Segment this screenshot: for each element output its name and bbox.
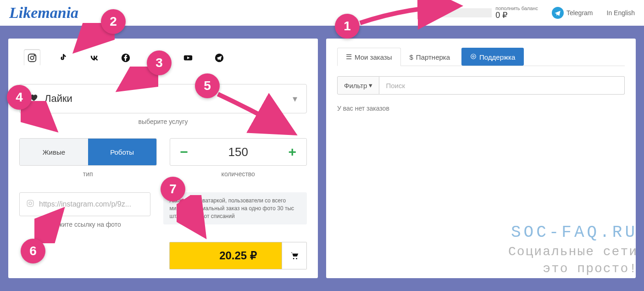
- search-input[interactable]: [379, 76, 625, 95]
- balance-widget[interactable]: пополнить баланс 0 ₽: [418, 6, 538, 20]
- annotation-badge-1: 1: [335, 14, 360, 39]
- svg-point-9: [29, 202, 32, 205]
- svg-point-2: [30, 56, 33, 59]
- right-tabs: ☰ Мои заказы $ Партнерка Поддержка: [337, 48, 625, 66]
- service-caption: выберите услугу: [19, 118, 307, 125]
- instagram-icon: [26, 199, 34, 209]
- tab-support[interactable]: Поддержка: [461, 48, 524, 66]
- annotation-badge-7: 7: [161, 177, 185, 201]
- svg-point-12: [471, 54, 476, 59]
- empty-orders-text: У вас нет заказов: [337, 105, 625, 112]
- service-dropdown[interactable]: Лайки ▾: [19, 84, 307, 113]
- type-robots-button[interactable]: Роботы: [88, 139, 156, 165]
- tab-facebook[interactable]: [117, 50, 134, 66]
- svg-point-3: [34, 55, 35, 56]
- service-label: Лайки: [44, 93, 72, 105]
- language-switch[interactable]: In English: [607, 9, 635, 17]
- annotation-badge-5: 5: [195, 73, 220, 98]
- chevron-down-icon: ▾: [293, 93, 297, 104]
- service-description: Аккаунты с аватаркой, пользователи со вс…: [163, 192, 307, 224]
- type-live-button[interactable]: Живые: [20, 139, 88, 165]
- logo[interactable]: Likemania: [9, 4, 78, 22]
- telegram-label: Telegram: [566, 9, 593, 17]
- header: Likemania пополнить баланс 0 ₽ Telegram …: [0, 0, 644, 26]
- svg-point-10: [293, 258, 294, 259]
- tab-tiktok[interactable]: [55, 50, 72, 66]
- username-placeholder: [437, 8, 492, 17]
- annotation-badge-2: 2: [101, 9, 126, 34]
- tab-vk[interactable]: [86, 50, 103, 66]
- add-to-cart-button[interactable]: 20.25 ₽: [169, 242, 307, 269]
- filter-button[interactable]: Фильтр ▾: [337, 76, 379, 95]
- avatar-icon: [418, 6, 433, 20]
- telegram-icon: [552, 7, 564, 19]
- watermark-title: SOC-FAQ.RU: [508, 222, 638, 244]
- type-caption: тип: [19, 170, 157, 178]
- svg-point-11: [296, 258, 297, 259]
- tab-support-label: Поддержка: [479, 53, 515, 61]
- annotation-badge-3: 3: [147, 50, 172, 75]
- filter-label: Фильтр: [344, 82, 367, 90]
- annotation-badge-6: 6: [21, 239, 45, 263]
- watermark-sub1: Социальные сети: [508, 244, 638, 260]
- caret-down-icon: ▾: [369, 81, 372, 90]
- plus-button[interactable]: +: [288, 144, 296, 160]
- url-caption: укажите ссылку на фото: [19, 221, 150, 228]
- tab-partner-label: Партнерка: [416, 53, 450, 61]
- tab-partner[interactable]: $ Партнерка: [401, 48, 459, 66]
- list-icon: ☰: [346, 53, 352, 61]
- url-field[interactable]: [39, 200, 144, 208]
- main-area: Лайки ▾ выберите услугу Живые Роботы тип…: [0, 26, 644, 291]
- svg-point-13: [472, 56, 474, 57]
- tab-youtube[interactable]: [180, 50, 196, 66]
- balance-amount: 0 ₽: [495, 11, 538, 20]
- svg-point-0: [424, 10, 427, 13]
- tab-telegram[interactable]: [211, 50, 228, 66]
- quantity-stepper: − 150 +: [170, 138, 307, 166]
- watermark: SOC-FAQ.RU Социальные сети это просто!: [508, 222, 638, 277]
- telegram-link[interactable]: Telegram: [552, 7, 593, 19]
- quantity-value[interactable]: 150: [228, 145, 248, 159]
- cart-icon: [282, 242, 306, 269]
- tab-instagram[interactable]: [24, 50, 40, 66]
- annotation-badge-4: 4: [7, 85, 32, 110]
- dollar-icon: $: [410, 53, 413, 61]
- watermark-sub2: это просто!: [508, 261, 638, 277]
- tab-orders-label: Мои заказы: [355, 53, 392, 61]
- type-toggle: Живые Роботы: [19, 138, 157, 166]
- price-value: 20.25 ₽: [219, 249, 257, 262]
- support-icon: [470, 53, 477, 61]
- url-input[interactable]: [19, 192, 150, 216]
- qty-caption: количество: [170, 170, 307, 178]
- svg-rect-8: [27, 200, 33, 207]
- tab-orders[interactable]: ☰ Мои заказы: [337, 48, 401, 66]
- minus-button[interactable]: −: [180, 144, 189, 160]
